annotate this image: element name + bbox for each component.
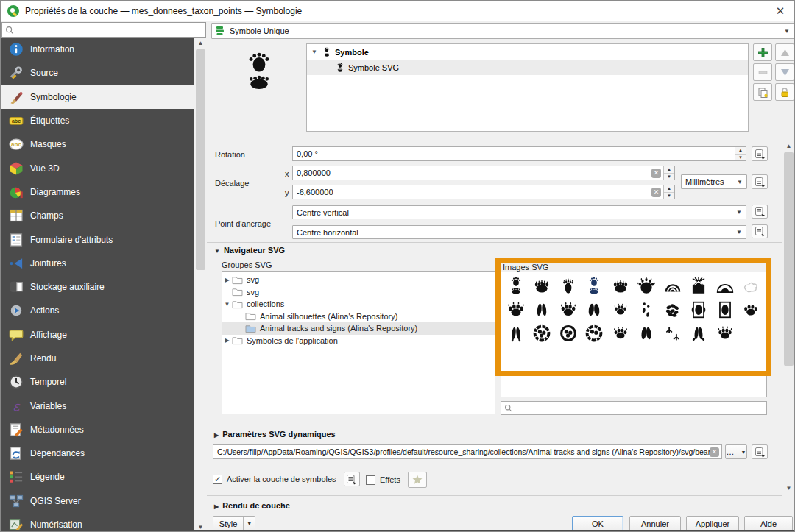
svg-image-bear-paw-large[interactable] — [634, 274, 660, 298]
svg-image-moose-hoof[interactable] — [582, 298, 608, 322]
sidebar-item-dependencies[interactable]: Dépendances — [1, 441, 194, 465]
anchor-horizontal-combobox[interactable]: Centre horizontal ▼ — [292, 225, 746, 239]
svg-image-lynx-paw[interactable] — [712, 322, 738, 345]
sidebar-scrollbar-thumb[interactable] — [196, 49, 205, 270]
sidebar-item-actions[interactable]: Actions — [1, 299, 194, 322]
add-symbol-layer-button[interactable] — [753, 43, 772, 61]
chevron-right-icon[interactable]: ▶ — [222, 277, 232, 283]
svg-image-deer-hoof-dewclaws[interactable] — [503, 322, 529, 345]
symbol-root-row[interactable]: ▼ Symbole — [307, 44, 748, 60]
sidebar-item-rendering[interactable]: Rendu — [1, 347, 194, 370]
effects-checkbox[interactable] — [366, 475, 375, 485]
svg-image-scat-outline[interactable] — [738, 274, 765, 298]
svg-path-input[interactable] — [213, 447, 710, 456]
svg-group-row[interactable]: Animal tracks and signs (Alina's Reposit… — [222, 322, 495, 335]
svg-group-row[interactable]: svg — [222, 286, 495, 299]
cancel-button[interactable]: Annuler — [629, 516, 681, 531]
apply-button[interactable]: Appliquer — [686, 516, 739, 531]
lock-color-button[interactable] — [775, 83, 794, 101]
search-input[interactable] — [14, 24, 205, 36]
content-scrollbar-thumb[interactable] — [784, 152, 794, 366]
sidebar-item-temporal[interactable]: Temporel — [1, 370, 194, 394]
sidebar-item-auxiliary-storage[interactable]: Stockage auxiliaire — [1, 275, 194, 299]
move-layer-down-button[interactable] — [775, 63, 794, 81]
symbol-type-combobox[interactable]: Symbole Unique ▼ — [211, 23, 794, 39]
svg-group-row[interactable]: Animal silhouettes (Alina's Repository) — [222, 311, 495, 323]
svg-image-boar-hoof-dewclaws[interactable] — [686, 322, 713, 345]
scroll-down-icon[interactable]: ▼ — [782, 483, 795, 494]
svg-image-coyote-paw[interactable] — [555, 298, 582, 322]
svg-image-bear-track-pair[interactable] — [503, 274, 529, 298]
chevron-down-icon[interactable]: ▼ — [222, 301, 232, 308]
sidebar-item-symbology[interactable]: Symbologie — [1, 85, 194, 109]
sidebar-item-metadata[interactable]: Métadonnées — [1, 418, 194, 441]
enable-layer-override-button[interactable] — [344, 472, 360, 486]
svg-image-nest-ring-rough[interactable] — [582, 322, 608, 345]
help-button[interactable]: Aide — [744, 516, 793, 531]
sidebar-item-labels[interactable]: abcÉtiquettes — [1, 109, 194, 132]
anchor-horizontal-override-button[interactable] — [752, 224, 768, 238]
style-button[interactable]: Style ▼ — [213, 516, 255, 531]
svg-image-nest-ring-dots[interactable] — [555, 322, 582, 345]
dynamic-svg-params-header[interactable]: ▶Paramètres SVG dynamiques — [214, 430, 336, 439]
sidebar-item-masks[interactable]: abcMasques — [1, 132, 194, 156]
svg-image-animal-den-dome[interactable] — [712, 274, 738, 298]
offset-y-spinner[interactable]: ▲▼ — [663, 185, 674, 199]
chevron-down-icon[interactable]: ▼ — [310, 49, 319, 55]
sidebar-item-legend[interactable]: Légende — [1, 465, 194, 489]
chevron-right-icon[interactable]: ▶ — [222, 337, 232, 344]
chevron-down-icon[interactable]: ▼ — [243, 517, 255, 531]
offset-data-defined-override-button[interactable] — [752, 174, 768, 189]
offset-unit-combobox[interactable]: Millimètres ▼ — [681, 174, 747, 189]
anchor-vertical-override-button[interactable] — [752, 205, 768, 219]
svg-group-row[interactable]: ▼collections — [222, 298, 495, 311]
rotation-spinner[interactable]: ▲▼ — [735, 147, 746, 160]
scroll-up-icon[interactable]: ▲ — [782, 141, 795, 152]
svg-browser-header[interactable]: ▼Navigateur SVG — [214, 246, 285, 255]
sidebar-item-fields[interactable]: Champs — [1, 204, 194, 227]
svg-image-hoof-bracket-frame[interactable] — [686, 298, 713, 322]
sidebar-item-attributes-form[interactable]: Formulaire d'attributs — [1, 227, 194, 251]
layer-rendering-header[interactable]: ▶Rendu de couche — [214, 501, 290, 510]
svg-group-row[interactable]: ▶svg — [222, 274, 495, 286]
clear-icon[interactable]: ✕ — [651, 169, 661, 178]
offset-y-input[interactable] — [293, 188, 651, 196]
scroll-up-icon[interactable]: ▲ — [194, 38, 207, 49]
svg-image-badger-paw[interactable] — [607, 322, 634, 345]
sidebar-item-variables[interactable]: εVariables — [1, 394, 194, 417]
svg-image-bear-paw-wide[interactable] — [607, 274, 634, 298]
svg-image-badger-track-pair-blue[interactable] — [582, 274, 608, 298]
rotation-input[interactable] — [293, 149, 735, 158]
remove-symbol-layer-button[interactable] — [753, 63, 772, 81]
svg-image-elk-hoof[interactable] — [634, 322, 660, 345]
svg-image-bird-tracks[interactable] — [660, 322, 686, 345]
svg-image-fox-paw-small[interactable] — [607, 298, 634, 322]
svg-image-scat-pile[interactable] — [660, 298, 686, 322]
svg-image-cat-paw[interactable] — [738, 298, 765, 322]
svg-image-beaver-dam-arc[interactable] — [660, 274, 686, 298]
svg-image-nest-with-eggs[interactable] — [529, 322, 556, 345]
move-layer-up-button[interactable] — [775, 43, 794, 61]
sidebar-item-display[interactable]: Affichage — [1, 323, 194, 347]
svg-image-hoof-rect-frame[interactable] — [712, 298, 738, 322]
sidebar-item-source[interactable]: Source — [1, 61, 194, 85]
sidebar-item-information[interactable]: Information — [1, 38, 194, 61]
offset-x-spinner[interactable]: ▲▼ — [663, 166, 674, 180]
chevron-down-icon[interactable]: ▼ — [738, 445, 749, 458]
svg-group-row[interactable]: ▶Symboles de l'application — [222, 335, 495, 347]
svg-image-rabbit-tracks[interactable] — [634, 298, 660, 322]
sidebar-item-diagrams[interactable]: Diagrammes — [1, 180, 194, 204]
content-scrollbar[interactable]: ▲ ▼ — [782, 141, 795, 494]
browse-svg-button[interactable]: … ▼ — [725, 444, 747, 459]
effects-customize-button[interactable] — [408, 472, 427, 488]
svg-image-bear-paw-front[interactable] — [529, 274, 556, 298]
close-icon[interactable]: ✕ — [772, 4, 788, 18]
svg-image-bear-paw-hind[interactable] — [555, 274, 582, 298]
enable-layer-checkbox[interactable]: ✓ — [213, 475, 222, 484]
svg-image-search-input[interactable] — [512, 404, 766, 413]
ok-button[interactable]: OK — [572, 516, 623, 531]
clear-icon[interactable]: ✕ — [651, 188, 661, 197]
symbol-svg-layer-row[interactable]: Symbole SVG — [307, 60, 748, 75]
clear-icon[interactable]: ✕ — [710, 447, 719, 457]
svg-image-wolf-paw[interactable] — [503, 298, 529, 322]
